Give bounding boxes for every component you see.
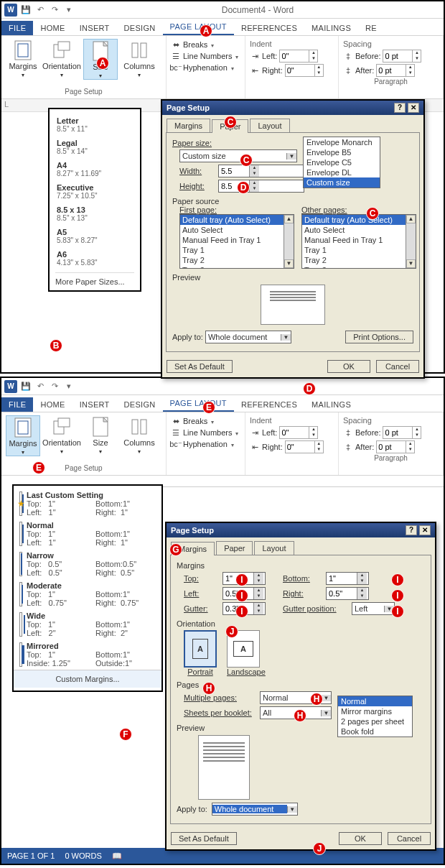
indent-left-input[interactable]: ▲▼: [279, 50, 318, 63]
margin-option-wide[interactable]: WideTop: 1"Bottom:1"Left: 2"Right: 2": [14, 609, 161, 640]
spacing-after-input[interactable]: ▲▼: [376, 440, 415, 453]
more-paper-sizes[interactable]: More Paper Sizes...: [55, 272, 134, 286]
dialog-tab-layout[interactable]: Layout: [254, 541, 294, 555]
scrollbar[interactable]: ▲▼: [406, 215, 416, 268]
paper-size-combo[interactable]: Custom size▼: [179, 149, 297, 162]
dialog-close-button[interactable]: ✕: [408, 103, 419, 113]
line-numbers-button[interactable]: ☰Line Numbers: [171, 50, 240, 62]
breaks-button[interactable]: ⬌Breaks: [171, 39, 240, 50]
cancel-button[interactable]: Cancel: [388, 832, 431, 845]
size-option-legal[interactable]: Legal8.5" x 14": [55, 136, 134, 158]
size-button[interactable]: Size▾: [83, 415, 118, 455]
dialog-help-button[interactable]: ?: [406, 525, 417, 535]
size-option[interactable]: Envelope B5: [304, 147, 380, 157]
qat-more-icon[interactable]: ▾: [63, 381, 75, 392]
margin-option-normal[interactable]: NormalTop: 1"Bottom:1"Left: 1"Right: 1": [14, 519, 161, 549]
set-as-default-button[interactable]: Set As Default: [171, 832, 237, 845]
save-icon[interactable]: 💾: [20, 4, 32, 16]
margins-button[interactable]: Margins▾: [6, 415, 40, 456]
proofing-icon[interactable]: 📖: [112, 851, 122, 861]
indent-right-input[interactable]: ▲▼: [285, 64, 324, 77]
tab-references[interactable]: REFERENCES: [234, 21, 304, 35]
tab-home[interactable]: HOME: [33, 21, 72, 35]
gutter-position-combo[interactable]: Left▼: [352, 602, 395, 615]
multi-option[interactable]: Book fold: [338, 726, 412, 737]
margins-button[interactable]: Margins▾: [6, 39, 40, 78]
dialog-tab-margins[interactable]: Margins: [167, 119, 210, 132]
ok-button[interactable]: OK: [339, 832, 382, 845]
tab-review[interactable]: RE: [358, 21, 384, 35]
margin-option-moderate[interactable]: ModerateTop: 1"Bottom:1"Left: 0.75"Right…: [14, 579, 161, 609]
redo-icon[interactable]: ↷: [49, 381, 60, 392]
size-option-a6[interactable]: A64.13" x 5.83": [55, 247, 134, 269]
tab-insert[interactable]: INSERT: [72, 21, 117, 35]
spacing-before-input[interactable]: ▲▼: [383, 50, 421, 63]
ok-button[interactable]: OK: [327, 360, 370, 373]
columns-button[interactable]: Columns▾: [122, 39, 156, 78]
apply-to-combo[interactable]: Whole document▼: [212, 803, 298, 816]
tab-page-layout[interactable]: PAGE LAYOUT: [163, 19, 234, 35]
tab-references[interactable]: REFERENCES: [234, 397, 304, 412]
scrollbar[interactable]: ▲▼: [284, 215, 294, 268]
height-input[interactable]: ▲▼: [218, 180, 304, 193]
preview-box: [198, 735, 250, 800]
set-as-default-button[interactable]: Set As Default: [167, 360, 233, 373]
save-icon[interactable]: 💾: [20, 381, 32, 392]
size-option[interactable]: Envelope Monarch: [304, 137, 380, 147]
spacing-after-input[interactable]: ▲▼: [376, 64, 415, 77]
redo-icon[interactable]: ↷: [49, 4, 60, 16]
indent-left-input[interactable]: ▲▼: [279, 426, 318, 439]
orientation-button[interactable]: Orientation▾: [44, 39, 79, 78]
size-option-letter[interactable]: Letter8.5" x 11": [55, 114, 134, 136]
breaks-button[interactable]: ⬌Breaks: [171, 415, 240, 427]
size-option-a5[interactable]: A55.83" x 8.27": [55, 225, 134, 247]
line-numbers-button[interactable]: ☰Line Numbers: [171, 427, 240, 438]
size-option-executive[interactable]: Executive7.25" x 10.5": [55, 180, 134, 203]
status-page[interactable]: PAGE 1 OF 1: [7, 851, 55, 860]
orientation-button[interactable]: Orientation▾: [44, 415, 79, 455]
tab-design[interactable]: DESIGN: [117, 21, 163, 35]
tab-design[interactable]: DESIGN: [117, 397, 163, 412]
indent-right-input[interactable]: ▲▼: [285, 440, 324, 453]
custom-margins[interactable]: Custom Margins...: [14, 670, 161, 688]
size-option[interactable]: Envelope DL: [304, 167, 380, 177]
portrait-option[interactable]: A: [184, 630, 217, 668]
tab-mailings[interactable]: MAILINGS: [304, 21, 358, 35]
qat-more-icon[interactable]: ▾: [63, 4, 75, 16]
tab-file[interactable]: FILE: [1, 397, 33, 412]
first-page-list[interactable]: Default tray (Auto Select) Auto Select M…: [179, 214, 294, 269]
undo-icon[interactable]: ↶: [34, 4, 46, 16]
size-option-selected[interactable]: Custom size: [304, 177, 380, 188]
size-option[interactable]: Envelope C5: [304, 157, 380, 167]
apply-to-combo[interactable]: Whole document▼: [205, 331, 291, 343]
spacing-before-input[interactable]: ▲▼: [383, 426, 421, 439]
hyphenation-button[interactable]: bc⁻Hyphenation: [171, 62, 240, 73]
tab-page-layout[interactable]: PAGE LAYOUT: [163, 396, 234, 412]
tab-mailings[interactable]: MAILINGS: [304, 397, 358, 412]
status-words[interactable]: 0 WORDS: [65, 851, 101, 860]
tab-insert[interactable]: INSERT: [72, 397, 117, 412]
margin-bottom-input[interactable]: ▲▼: [326, 572, 369, 585]
dialog-tab-paper[interactable]: Paper: [216, 541, 253, 555]
cancel-button[interactable]: Cancel: [376, 360, 419, 373]
tab-home[interactable]: HOME: [33, 397, 72, 412]
margin-right-input[interactable]: ▲▼: [326, 587, 369, 600]
hyphenation-button[interactable]: bc⁻Hyphenation: [171, 438, 240, 450]
dialog-tab-layout[interactable]: Layout: [250, 119, 289, 132]
other-pages-list[interactable]: Default tray (Auto Select) Auto Select M…: [301, 214, 416, 269]
multi-option[interactable]: 2 pages per sheet: [338, 716, 412, 726]
size-option-a4[interactable]: A48.27" x 11.69": [55, 158, 134, 180]
undo-icon[interactable]: ↶: [34, 381, 46, 392]
multi-option[interactable]: Normal: [338, 696, 412, 706]
dialog-close-button[interactable]: ✕: [419, 525, 431, 535]
margin-option-mirrored[interactable]: MirroredTop: 1"Bottom:1"Inside: 1.25"Out…: [14, 640, 161, 670]
tab-file[interactable]: FILE: [1, 21, 33, 35]
margin-option-narrow[interactable]: NarrowTop: 0.5"Bottom:0.5"Left: 0.5"Righ…: [14, 549, 161, 579]
size-option-85x13[interactable]: 8.5 x 138.5" x 13": [55, 203, 134, 225]
multi-option[interactable]: Mirror margins: [338, 706, 412, 716]
margin-option-last[interactable]: ★Last Custom SettingTop: 1"Bottom:1"Left…: [14, 489, 161, 519]
columns-button[interactable]: Columns▾: [122, 415, 156, 455]
width-input[interactable]: ▲▼: [218, 165, 304, 177]
dialog-help-button[interactable]: ?: [394, 103, 406, 113]
print-options-button[interactable]: Print Options...: [345, 331, 413, 343]
